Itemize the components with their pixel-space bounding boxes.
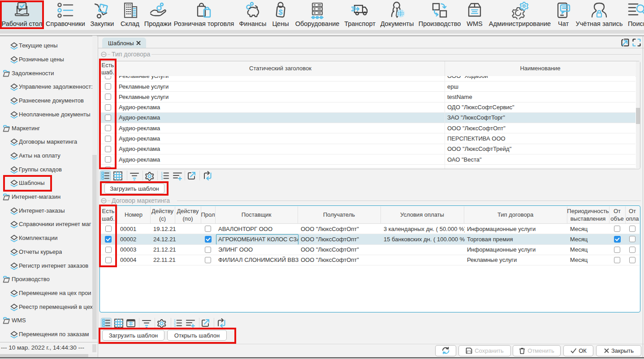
svg-text:3: 3 [161,177,163,180]
svg-text:$: $ [278,8,283,17]
svg-text:3: 3 [174,324,176,327]
